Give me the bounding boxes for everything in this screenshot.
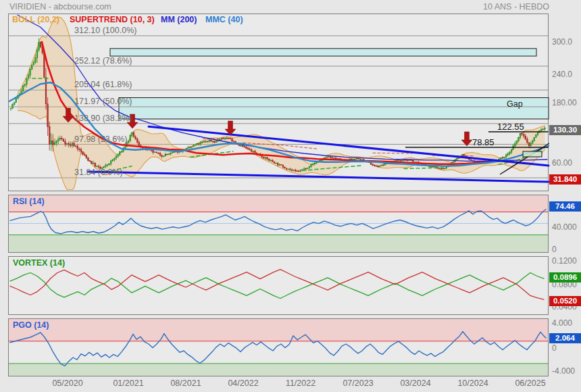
legend-supertrend[interactable]: SUPERTREND (10, 3) [70, 15, 155, 24]
fib-low-badge: 31.840 [549, 174, 581, 185]
rsi-panel[interactable] [8, 195, 549, 253]
x-tick-label: 05/2020 [44, 378, 91, 388]
chart-application: VIRIDIEN - abcbourse.com 10 ANS - HEBDO … [0, 0, 581, 392]
x-tick-label: 11/2022 [277, 378, 324, 388]
x-tick-label: 06/2025 [507, 378, 554, 388]
vortex-panel[interactable] [8, 256, 549, 315]
vortex-panel-title: VORTEX (14) [13, 258, 65, 268]
resistance-122-annotation: 122.55 [497, 122, 524, 132]
fib-level-label: 97.98 (23.6%) [74, 134, 128, 144]
x-tick-label: 03/2024 [392, 378, 439, 388]
legend-bollinger[interactable]: BOLL (20,2) [12, 15, 59, 24]
gap-annotation: Gap [507, 99, 523, 109]
fib-level-label: 31.84 (0.0%) [74, 168, 123, 177]
rsi-panel-title: RSI (14) [13, 197, 45, 206]
x-tick-label: 10/2024 [449, 378, 497, 388]
x-tick-label: 01/2021 [105, 378, 152, 388]
fib-level-label: 171.97 (50.0%) [74, 97, 132, 106]
pgo-panel[interactable] [8, 318, 549, 376]
instrument-title: VIRIDIEN - abcbourse.com [9, 2, 111, 11]
rsi-value-badge: 74.46 [549, 201, 581, 212]
x-tick-label: 04/2022 [220, 378, 267, 388]
x-tick-label: 07/2023 [334, 378, 382, 388]
vortex-plus-badge: 0.0896 [549, 272, 581, 283]
y-tick-label: 60.00 [552, 158, 572, 168]
fib-level-label: 252.12 (78.6%) [74, 56, 132, 66]
last-price-badge: 130.30 [549, 125, 581, 135]
timeframe-label: 10 ANS - HEBDO [483, 2, 549, 11]
legend-mm200[interactable]: MM (200) [161, 15, 197, 24]
pgo-panel-title: PGO (14) [13, 320, 49, 330]
y-tick-label: 240.0 [552, 70, 572, 79]
fib-level-label: 138.90 (38.2%) [74, 114, 132, 123]
legend-mmc40[interactable]: MMC (40) [205, 15, 243, 24]
y-tick-label: 4.000 [552, 318, 572, 328]
y-tick-label: 180.00 [552, 98, 577, 107]
y-tick-label: 0 [552, 343, 557, 353]
vortex-minus-badge: 0.0520 [549, 296, 581, 306]
y-tick-label: 40.000 [552, 222, 577, 232]
y-tick-label: -4.000 [552, 366, 575, 376]
y-tick-label: 300.0 [552, 37, 572, 47]
y-tick-label: 0.1200 [552, 256, 577, 266]
y-tick-label: 0 [552, 245, 557, 254]
fib-level-label: 205.04 (61.8%) [74, 80, 132, 89]
resistance-78-annotation: 78.85 [472, 137, 495, 147]
x-tick-label: 08/2021 [162, 378, 209, 388]
fib-level-label: 312.10 (100.0%) [74, 26, 136, 35]
pgo-value-badge: 2.064 [549, 333, 581, 343]
